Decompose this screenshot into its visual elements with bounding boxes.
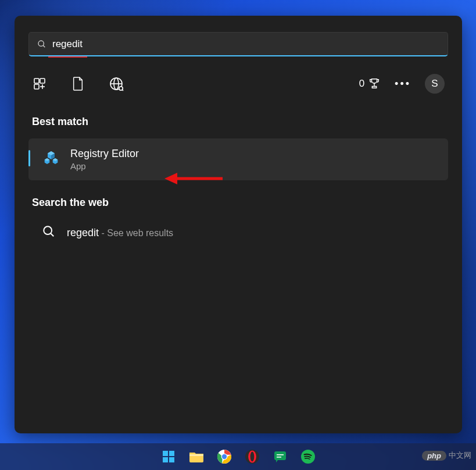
chat-icon[interactable] bbox=[269, 446, 291, 468]
registry-editor-icon bbox=[42, 151, 60, 168]
rewards-count: 0 bbox=[359, 78, 364, 90]
taskbar bbox=[0, 443, 476, 470]
svg-rect-2 bbox=[34, 79, 39, 83]
search-web-heading: Search the web bbox=[28, 197, 448, 209]
filter-documents-icon[interactable] bbox=[70, 76, 85, 91]
web-search-result[interactable]: regedit - See web results bbox=[28, 217, 448, 248]
svg-point-0 bbox=[38, 41, 44, 46]
svg-rect-36 bbox=[277, 454, 284, 455]
rewards-icon bbox=[368, 77, 381, 90]
svg-line-11 bbox=[122, 90, 123, 91]
svg-point-31 bbox=[221, 454, 226, 459]
svg-line-1 bbox=[43, 45, 45, 47]
svg-rect-3 bbox=[40, 79, 45, 83]
start-search-panel: 0 ••• S Best match Registry Editor App S… bbox=[15, 16, 462, 433]
more-options-icon[interactable]: ••• bbox=[395, 78, 411, 90]
watermark: php 中文网 bbox=[422, 450, 471, 461]
search-box[interactable] bbox=[28, 32, 448, 56]
filter-apps-icon[interactable] bbox=[32, 76, 47, 91]
svg-rect-25 bbox=[169, 451, 174, 456]
result-registry-editor[interactable]: Registry Editor App bbox=[28, 138, 448, 180]
best-match-heading: Best match bbox=[28, 116, 448, 128]
svg-rect-4 bbox=[34, 84, 39, 89]
svg-rect-24 bbox=[163, 451, 168, 456]
svg-point-22 bbox=[44, 226, 52, 234]
svg-rect-35 bbox=[274, 451, 286, 460]
start-button[interactable] bbox=[158, 446, 180, 468]
svg-rect-28 bbox=[189, 454, 203, 456]
spotify-icon[interactable] bbox=[297, 446, 319, 468]
chrome-icon[interactable] bbox=[213, 446, 235, 468]
svg-point-34 bbox=[250, 452, 254, 462]
selection-indicator bbox=[28, 150, 30, 166]
result-subtitle: App bbox=[70, 161, 139, 171]
user-avatar[interactable]: S bbox=[425, 74, 445, 94]
svg-point-10 bbox=[119, 87, 123, 90]
svg-rect-26 bbox=[163, 457, 168, 462]
svg-rect-27 bbox=[169, 457, 174, 462]
opera-icon[interactable] bbox=[241, 446, 263, 468]
web-term: regedit bbox=[67, 227, 99, 238]
web-suffix: - See web results bbox=[99, 228, 173, 238]
rewards-points[interactable]: 0 bbox=[359, 77, 381, 90]
file-explorer-icon[interactable] bbox=[185, 446, 207, 468]
result-title: Registry Editor bbox=[70, 148, 139, 160]
search-icon bbox=[42, 225, 55, 240]
svg-rect-37 bbox=[277, 457, 281, 458]
svg-line-23 bbox=[51, 233, 53, 236]
search-input[interactable] bbox=[52, 38, 439, 50]
filter-web-icon[interactable] bbox=[109, 76, 124, 91]
filter-row: 0 ••• S bbox=[28, 74, 448, 94]
search-icon bbox=[37, 40, 46, 49]
annotation-underline bbox=[48, 56, 87, 58]
